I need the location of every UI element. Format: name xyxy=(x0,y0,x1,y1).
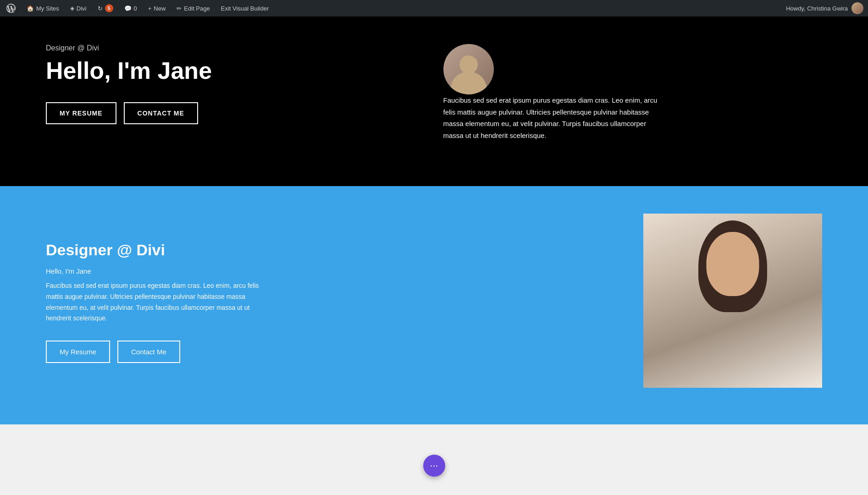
divi-button[interactable]: ◈ Divi xyxy=(68,0,88,16)
divi-icon: ◈ xyxy=(70,5,74,11)
blue-section: Designer @ Divi Hello, I'm Jane Faucibus… xyxy=(0,186,868,424)
blue-section-name: Hello, I'm Jane xyxy=(46,267,411,275)
blue-section-buttons: My Resume Contact Me xyxy=(46,341,411,363)
exit-builder-button[interactable]: Exit Visual Builder xyxy=(219,0,271,16)
blue-section-description: Faucibus sed sed erat ipsum purus egesta… xyxy=(46,280,266,324)
blue-left: Designer @ Divi Hello, I'm Jane Faucibus… xyxy=(46,214,430,388)
comments-button[interactable]: 💬 0 xyxy=(122,0,139,16)
profile-photo xyxy=(643,214,822,388)
blue-resume-button[interactable]: My Resume xyxy=(46,341,110,363)
admin-bar: 🏠 My Sites ◈ Divi ↻ 5 💬 0 + New ✏ Edit P… xyxy=(0,0,868,16)
hero-title: Hello, I'm Jane xyxy=(46,58,425,84)
resume-button[interactable]: MY RESUME xyxy=(46,102,116,124)
user-greeting: Howdy, Christina Gwira xyxy=(786,5,848,12)
updates-count: 5 xyxy=(105,4,113,12)
blue-right xyxy=(457,214,823,388)
hero-buttons: MY RESUME CONTACT ME xyxy=(46,102,425,124)
hero-subtitle: Designer @ Divi xyxy=(46,44,425,52)
hero-description: Faucibus sed sed erat ipsum purus egesta… xyxy=(443,94,663,141)
edit-page-button[interactable]: ✏ Edit Page xyxy=(175,0,211,16)
edit-icon: ✏ xyxy=(177,5,182,12)
admin-bar-right: Howdy, Christina Gwira xyxy=(786,2,863,14)
comments-icon: 💬 xyxy=(124,5,132,12)
edit-page-label: Edit Page xyxy=(184,5,210,12)
my-sites-button[interactable]: 🏠 My Sites xyxy=(25,0,61,16)
photo-face xyxy=(707,232,759,296)
comments-count: 0 xyxy=(134,5,137,12)
photo-placeholder xyxy=(643,214,822,388)
hero-section: Designer @ Divi Hello, I'm Jane MY RESUM… xyxy=(0,16,868,186)
updates-icon: ↻ xyxy=(98,5,103,12)
house-icon: 🏠 xyxy=(27,5,34,12)
hero-avatar xyxy=(443,44,494,94)
contact-button[interactable]: CONTACT ME xyxy=(124,102,198,124)
page-wrapper: Designer @ Divi Hello, I'm Jane MY RESUM… xyxy=(0,16,868,424)
blue-contact-button[interactable]: Contact Me xyxy=(117,341,180,363)
divi-label: Divi xyxy=(77,5,87,12)
hero-left: Designer @ Divi Hello, I'm Jane MY RESUM… xyxy=(46,44,443,149)
hero-right: Faucibus sed sed erat ipsum purus egesta… xyxy=(443,44,823,149)
wp-logo-button[interactable] xyxy=(5,0,17,16)
plus-icon: + xyxy=(148,5,152,12)
my-sites-label: My Sites xyxy=(36,5,59,12)
exit-builder-label: Exit Visual Builder xyxy=(221,5,269,12)
blue-section-title: Designer @ Divi xyxy=(46,241,411,259)
updates-button[interactable]: ↻ 5 xyxy=(96,0,115,16)
new-content-button[interactable]: + New xyxy=(146,0,168,16)
new-label: New xyxy=(154,5,166,12)
user-avatar[interactable] xyxy=(851,2,863,14)
